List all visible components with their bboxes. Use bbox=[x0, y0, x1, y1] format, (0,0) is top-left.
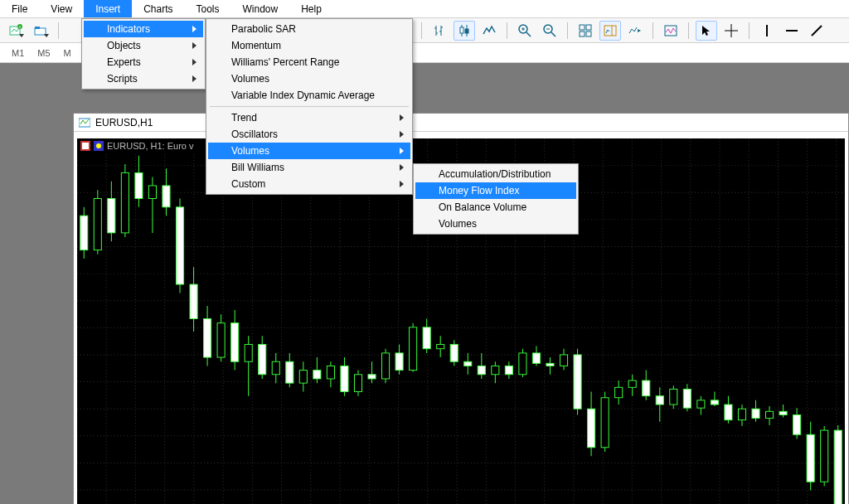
vertical-line-button[interactable] bbox=[756, 21, 778, 41]
svg-rect-100 bbox=[190, 284, 197, 318]
indicators-list-button[interactable] bbox=[660, 21, 682, 41]
chart-window-titlebar[interactable]: EURUSD,H1 bbox=[74, 114, 848, 132]
volumes-submenu: Accumulation/DistributionMoney Flow Inde… bbox=[413, 163, 579, 235]
svg-rect-96 bbox=[163, 186, 170, 207]
tile-windows-button[interactable] bbox=[575, 21, 596, 41]
volumes-item-volumes[interactable]: Volumes bbox=[415, 216, 576, 232]
svg-rect-114 bbox=[286, 361, 294, 383]
svg-rect-122 bbox=[341, 366, 348, 391]
svg-rect-120 bbox=[327, 366, 334, 379]
volumes-item-money-flow-index[interactable]: Money Flow Index bbox=[415, 182, 576, 199]
insert-menu-indicators[interactable]: Indicators bbox=[84, 21, 203, 37]
svg-rect-172 bbox=[683, 389, 691, 408]
chart-shift-button[interactable] bbox=[599, 21, 621, 41]
svg-rect-162 bbox=[615, 387, 623, 397]
indicator-category-bill-williams[interactable]: Bill Williams bbox=[208, 159, 410, 176]
svg-rect-194 bbox=[834, 430, 842, 504]
indicator-category-oscillators[interactable]: Oscillators bbox=[208, 126, 410, 143]
profiles-button[interactable] bbox=[30, 21, 51, 41]
horizontal-line-button[interactable] bbox=[781, 21, 803, 41]
indicator-category-custom[interactable]: Custom bbox=[208, 176, 410, 192]
svg-rect-158 bbox=[588, 409, 595, 448]
svg-rect-84 bbox=[80, 216, 88, 250]
svg-rect-170 bbox=[670, 389, 677, 405]
svg-rect-22 bbox=[580, 25, 585, 30]
cursor-button[interactable] bbox=[696, 21, 717, 41]
insert-menu-objects[interactable]: Objects bbox=[84, 37, 203, 54]
menu-file[interactable]: File bbox=[0, 0, 39, 17]
svg-rect-126 bbox=[368, 375, 376, 379]
svg-rect-4 bbox=[35, 27, 40, 29]
timeframe-m[interactable]: M bbox=[57, 46, 78, 60]
timeframe-m5[interactable]: M5 bbox=[31, 46, 56, 60]
indicator-williams-percent-range[interactable]: Williams' Percent Range bbox=[208, 54, 410, 70]
indicator-parabolic-sar[interactable]: Parabolic SAR bbox=[208, 21, 410, 37]
auto-scroll-button[interactable] bbox=[624, 21, 646, 41]
zoom-in-button[interactable] bbox=[514, 21, 536, 41]
svg-line-20 bbox=[551, 32, 555, 36]
volumes-item-on-balance-volume[interactable]: On Balance Volume bbox=[415, 199, 576, 216]
indicator-category-trend[interactable]: Trend bbox=[208, 109, 410, 126]
menu-charts[interactable]: Charts bbox=[132, 0, 184, 17]
indicator-variable-index-dynamic-average[interactable]: Variable Index Dynamic Average bbox=[208, 87, 410, 104]
svg-rect-190 bbox=[807, 434, 814, 482]
svg-rect-178 bbox=[725, 405, 732, 420]
menu-view[interactable]: View bbox=[39, 0, 84, 17]
toolbar-separator bbox=[58, 22, 59, 39]
svg-rect-12 bbox=[460, 27, 463, 33]
crosshair-button[interactable] bbox=[720, 21, 742, 41]
svg-rect-184 bbox=[766, 411, 774, 418]
svg-rect-102 bbox=[204, 318, 211, 357]
svg-marker-30 bbox=[702, 26, 710, 36]
svg-rect-148 bbox=[519, 353, 526, 375]
new-chart-button[interactable]: + bbox=[5, 21, 27, 41]
line-chart-button[interactable] bbox=[478, 21, 500, 41]
svg-rect-174 bbox=[697, 400, 705, 408]
svg-rect-144 bbox=[492, 366, 499, 374]
svg-rect-38 bbox=[82, 143, 89, 149]
toolbar-separator bbox=[507, 22, 507, 39]
chart-window-title: EURUSD,H1 bbox=[95, 117, 153, 128]
svg-rect-152 bbox=[546, 363, 554, 366]
timeframe-m1[interactable]: M1 bbox=[5, 46, 31, 60]
insert-menu-experts[interactable]: Experts bbox=[84, 54, 203, 70]
svg-rect-166 bbox=[643, 380, 650, 396]
svg-rect-142 bbox=[478, 366, 485, 374]
volumes-item-accumulation-distribution[interactable]: Accumulation/Distribution bbox=[415, 166, 576, 182]
toolbar-separator bbox=[688, 22, 689, 39]
menu-separator bbox=[210, 106, 409, 107]
svg-rect-188 bbox=[793, 414, 801, 434]
svg-rect-186 bbox=[779, 411, 787, 414]
toolbar-separator bbox=[749, 22, 750, 39]
svg-rect-26 bbox=[604, 26, 616, 36]
svg-rect-130 bbox=[395, 353, 403, 371]
zoom-out-button[interactable] bbox=[539, 21, 560, 41]
svg-line-16 bbox=[526, 32, 531, 36]
insert-menu-scripts[interactable]: Scripts bbox=[84, 70, 203, 87]
candlestick-chart-button[interactable] bbox=[454, 21, 475, 41]
svg-rect-160 bbox=[601, 398, 609, 448]
svg-rect-23 bbox=[586, 25, 591, 30]
insert-menu-dropdown: IndicatorsObjectsExpertsScripts bbox=[81, 18, 206, 90]
svg-rect-150 bbox=[532, 353, 540, 363]
menu-insert[interactable]: Insert bbox=[84, 0, 132, 17]
svg-point-40 bbox=[96, 143, 101, 148]
indicator-category-volumes[interactable]: Volumes bbox=[208, 143, 410, 159]
svg-rect-168 bbox=[656, 396, 663, 405]
toolbar-separator bbox=[421, 22, 422, 39]
svg-rect-86 bbox=[94, 198, 101, 250]
trendline-button[interactable] bbox=[806, 21, 827, 41]
indicator-momentum[interactable]: Momentum bbox=[208, 37, 410, 54]
svg-rect-156 bbox=[574, 355, 581, 409]
svg-rect-164 bbox=[628, 380, 636, 387]
svg-rect-94 bbox=[148, 186, 156, 199]
svg-rect-98 bbox=[176, 207, 183, 284]
menu-window[interactable]: Window bbox=[231, 0, 290, 17]
menu-tools[interactable]: Tools bbox=[185, 0, 231, 17]
indicator-volumes[interactable]: Volumes bbox=[208, 70, 410, 87]
menu-help[interactable]: Help bbox=[289, 0, 333, 17]
chart-overlay-label: EURUSD, H1: Euro v bbox=[77, 138, 197, 153]
bar-chart-button[interactable] bbox=[429, 21, 450, 41]
menubar: FileViewInsertChartsToolsWindowHelp bbox=[0, 0, 849, 18]
svg-rect-25 bbox=[586, 32, 591, 36]
